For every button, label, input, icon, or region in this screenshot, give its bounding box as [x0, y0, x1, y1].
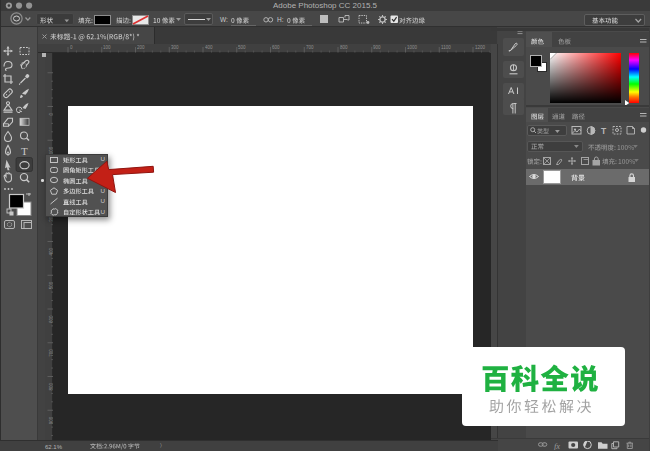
svg-text:T: T — [601, 126, 607, 136]
svg-text:fx: fx — [554, 441, 560, 450]
svg-text:T: T — [21, 145, 28, 157]
